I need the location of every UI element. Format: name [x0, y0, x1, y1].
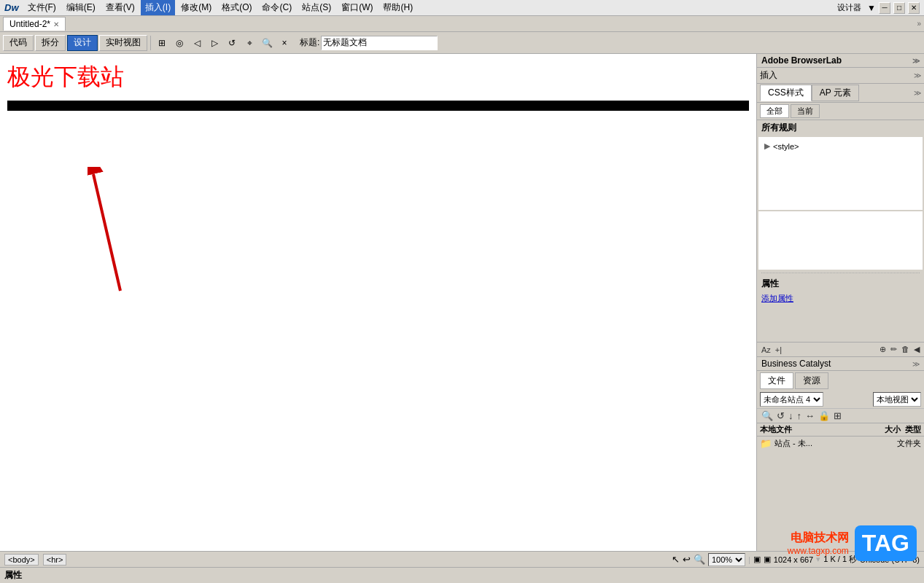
- css-styles-tab[interactable]: CSS样式: [760, 85, 812, 101]
- site-type-label: 文件夹: [897, 438, 921, 449]
- bc-sync-icon[interactable]: ↔: [804, 410, 816, 422]
- menu-site[interactable]: 站点(S): [298, 0, 335, 15]
- title-label: 标题:: [300, 36, 319, 49]
- menu-file[interactable]: 文件(F): [23, 0, 61, 15]
- style-tag-label: <style>: [773, 142, 799, 151]
- titlebar-right: 设计器▼ ─ □ ✕: [837, 2, 920, 14]
- menu-format[interactable]: 格式(O): [217, 0, 256, 15]
- page-title-input[interactable]: [321, 36, 438, 50]
- zoom-icon-status[interactable]: 🔍: [694, 554, 705, 565]
- bc-tabs: 文件 资源: [757, 371, 924, 391]
- menu-window[interactable]: 窗口(W): [337, 0, 377, 15]
- css-tabs: CSS样式 AP 元素: [760, 85, 859, 101]
- bc-view-select[interactable]: 本地视图: [873, 392, 921, 407]
- bc-get-icon[interactable]: ↓: [787, 410, 795, 422]
- clear-icon[interactable]: ×: [276, 35, 292, 51]
- browserlab-title: Adobe BrowserLab: [761, 55, 842, 66]
- properties-bar: 属性: [0, 567, 924, 583]
- properties-label: 属性: [4, 569, 22, 582]
- maximize-button[interactable]: □: [893, 2, 905, 14]
- delete-icon[interactable]: 🗑: [900, 344, 911, 355]
- watermark-text: 电脑技术网 www.tagxp.com: [788, 531, 849, 556]
- menu-help[interactable]: 帮助(H): [378, 0, 417, 15]
- current-rule-tab[interactable]: 当前: [791, 104, 820, 118]
- inspect-icon[interactable]: 🔍: [259, 35, 275, 51]
- code-view-button[interactable]: 代码: [3, 35, 34, 51]
- window-icon: ▣: [753, 555, 761, 564]
- bc-resource-tab[interactable]: 资源: [795, 372, 828, 389]
- zoom-icon[interactable]: ⌖: [241, 35, 257, 51]
- svg-line-1: [93, 174, 120, 291]
- col-type: 类型: [905, 424, 921, 435]
- hr-tag[interactable]: <hr>: [43, 554, 67, 566]
- css-panel: CSS样式 AP 元素 ≫ 全部 当前 所有规则 ▶ <style> 属性 添加…: [757, 84, 924, 357]
- col-local-file: 本地文件: [760, 424, 871, 435]
- menu-command[interactable]: 命令(C): [257, 0, 296, 15]
- zoom-select[interactable]: 100%: [708, 553, 745, 566]
- toolbar-separator: [150, 36, 151, 50]
- title-bar: Dw 文件(F) 编辑(E) 查看(V) 插入(I) 修改(M) 格式(O) 命…: [0, 0, 924, 16]
- bc-collapse-icon[interactable]: ≫: [912, 360, 920, 368]
- bc-file-tab[interactable]: 文件: [760, 372, 793, 389]
- menu-view[interactable]: 查看(V): [101, 0, 139, 15]
- insert-collapse-icon[interactable]: ≫: [914, 71, 921, 79]
- ap-elements-tab[interactable]: AP 元素: [812, 85, 859, 101]
- refresh-icon[interactable]: ↺: [224, 35, 240, 51]
- watermark-tag: TAG: [855, 525, 917, 561]
- horizontal-rule: [7, 101, 749, 111]
- add-property-link[interactable]: 添加属性: [757, 292, 924, 305]
- bc-connect-icon[interactable]: 🔍: [760, 410, 774, 422]
- main-area: 极光下载站 Adobe BrowserLab ≫ 插入 ≫: [0, 54, 924, 551]
- site-root-label: 站点 - 未...: [774, 438, 812, 449]
- rules-content: ▶ <style>: [758, 137, 923, 210]
- canvas-content: 极光下载站: [0, 54, 756, 118]
- close-button[interactable]: ✕: [908, 2, 920, 14]
- design-view-button[interactable]: 设计: [67, 35, 98, 51]
- bc-checkout-icon[interactable]: 🔒: [817, 410, 831, 422]
- all-rules-tab[interactable]: 全部: [760, 104, 789, 118]
- menu-edit[interactable]: 编辑(E): [62, 0, 100, 15]
- bc-site-row: 未命名站点 4 本地视图: [757, 391, 924, 409]
- menu-insert[interactable]: 插入(I): [141, 0, 175, 15]
- body-tag[interactable]: <body>: [4, 554, 39, 566]
- insert-bar: 插入 ≫: [757, 68, 924, 84]
- split-view-button[interactable]: 拆分: [35, 35, 66, 51]
- tab-close-icon[interactable]: ✕: [53, 20, 59, 28]
- bc-expand-icon[interactable]: ⊞: [832, 410, 843, 422]
- screen-icon: ▣: [764, 555, 771, 564]
- nav-back-icon[interactable]: ◁: [189, 35, 205, 51]
- bc-site-item[interactable]: 📁 站点 - 未... 文件夹: [757, 437, 924, 450]
- attach-icon[interactable]: ◀: [912, 344, 921, 355]
- bc-site-select[interactable]: 未命名站点 4: [760, 392, 823, 407]
- multiscreen-icon[interactable]: ⊞: [154, 35, 170, 51]
- bc-file-header: 本地文件 大小 类型: [757, 423, 924, 437]
- add-selector-icon[interactable]: +|: [774, 345, 783, 355]
- toolbar: 代码 拆分 设计 实时视图 ⊞ ◎ ◁ ▷ ↺ ⌖ 🔍 × 标题:: [0, 32, 924, 54]
- document-tab[interactable]: Untitled-2* ✕: [3, 17, 66, 31]
- css-tool-icons-right: ⊕ ✏ 🗑 ◀: [878, 344, 921, 355]
- cursor-icon[interactable]: ↖: [672, 554, 680, 565]
- az-sort-icon[interactable]: Az: [760, 345, 772, 355]
- menu-bar: 文件(F) 编辑(E) 查看(V) 插入(I) 修改(M) 格式(O) 命令(C…: [23, 0, 418, 15]
- menu-modify[interactable]: 修改(M): [176, 0, 216, 15]
- link-icon[interactable]: ⊕: [878, 344, 888, 355]
- edit-icon[interactable]: ✏: [889, 344, 898, 355]
- browserlab-collapse-icon[interactable]: ≫: [912, 57, 920, 65]
- live-view-button[interactable]: 实时视图: [99, 35, 147, 51]
- style-tag-item[interactable]: ▶ <style>: [761, 140, 920, 152]
- right-panel: Adobe BrowserLab ≫ 插入 ≫ CSS样式 AP 元素 ≫ 全部…: [756, 54, 924, 551]
- nav-forward-icon[interactable]: ▷: [206, 35, 222, 51]
- properties-section-label: 属性: [757, 276, 924, 292]
- bc-refresh-icon[interactable]: ↺: [775, 410, 786, 422]
- watermark-url: www.tagxp.com: [788, 546, 849, 556]
- bc-put-icon[interactable]: ↑: [796, 410, 804, 422]
- folder-icon: 📁: [760, 438, 772, 449]
- red-arrow-icon: [88, 167, 131, 298]
- property-empty-area: [757, 305, 924, 342]
- css-collapse-icon[interactable]: ≫: [914, 89, 921, 97]
- undo-icon[interactable]: ↩: [683, 554, 691, 565]
- minimize-button[interactable]: ─: [879, 2, 890, 14]
- titlebar-left: Dw 文件(F) 编辑(E) 查看(V) 插入(I) 修改(M) 格式(O) 命…: [4, 0, 417, 15]
- preview-icon[interactable]: ◎: [171, 35, 187, 51]
- tab-collapse-icon[interactable]: »: [917, 20, 921, 28]
